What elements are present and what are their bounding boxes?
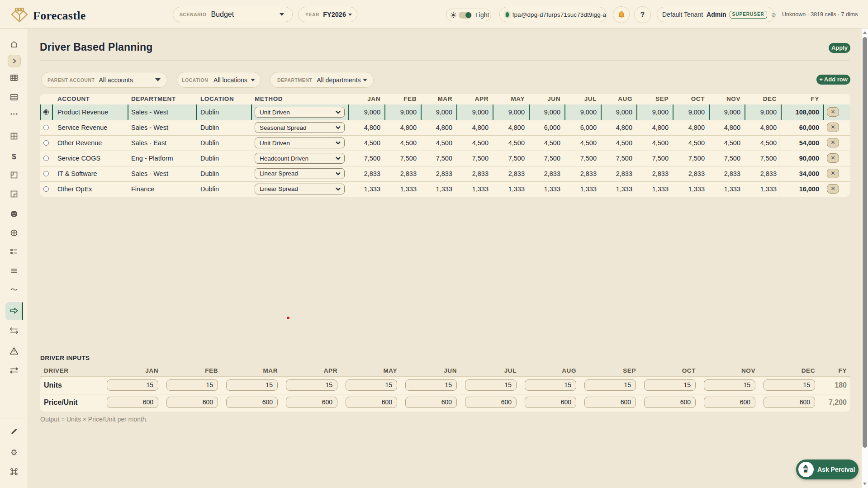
svg-text:$: $	[12, 152, 16, 161]
